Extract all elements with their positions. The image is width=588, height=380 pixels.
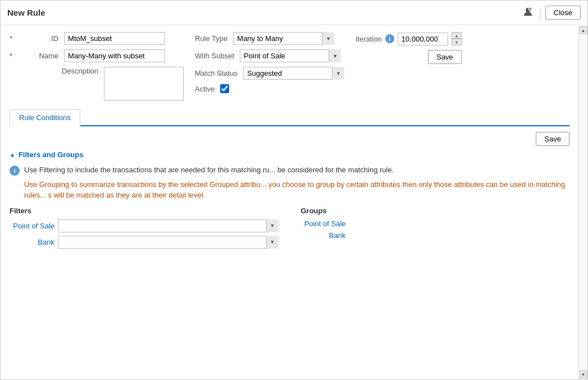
save-button-inner[interactable]: Save — [536, 132, 569, 146]
scroll-down-btn[interactable]: ▼ — [580, 370, 587, 378]
filter-bank-select-wrap: ▼ — [58, 236, 279, 249]
filter-pos-select-wrap: ▼ — [58, 219, 279, 232]
close-button[interactable]: Close — [545, 6, 581, 20]
name-required-star: * — [10, 52, 12, 60]
grouping-text: Use Grouping to summarize transactions b… — [24, 179, 569, 201]
active-row: Active — [195, 84, 344, 93]
title-bar: New Rule + Close — [1, 1, 587, 25]
description-label: Description — [59, 67, 98, 75]
match-status-select-wrap: Suggested Auto Manual ▼ — [243, 67, 344, 80]
filter-pos-select[interactable] — [58, 219, 279, 232]
save-wrap: Save — [355, 50, 462, 64]
info-primary-text: Use Filtering to include the transaction… — [24, 164, 569, 176]
left-form: * ID * Name Description — [10, 32, 184, 105]
iteration-spin-up[interactable]: ▲ — [452, 32, 462, 39]
match-status-row: Match Status Suggested Auto Manual ▼ — [195, 67, 344, 80]
id-label: ID — [19, 34, 58, 43]
description-textarea[interactable] — [104, 67, 184, 100]
tab-rule-conditions[interactable]: Rule Conditions — [10, 109, 80, 126]
name-input[interactable] — [64, 49, 165, 62]
filter-bank-row: Bank ▼ — [10, 236, 279, 249]
with-subset-label: With Subset — [195, 52, 234, 60]
info-text-block: Use Filtering to include the transaction… — [24, 164, 569, 201]
group-pos-row: Point of Sale — [301, 219, 570, 228]
iteration-wrap: Iteration i ▲ ▼ — [355, 32, 462, 45]
active-checkbox[interactable] — [220, 84, 229, 93]
group-bank-label: Bank — [301, 231, 346, 240]
filters-col: Filters Point of Sale ▼ Bank — [10, 207, 279, 252]
rule-options-col: Rule Type Many to Many One to One One to… — [195, 32, 344, 98]
iteration-input[interactable] — [398, 33, 448, 45]
filter-bank-select[interactable] — [58, 236, 279, 249]
window-title: New Rule — [7, 8, 45, 17]
match-status-label: Match Status — [195, 69, 238, 77]
filter-pos-row: Point of Sale ▼ — [10, 219, 279, 232]
content-area: * ID * Name Description — [1, 25, 587, 379]
divider — [540, 6, 541, 20]
filters-groups-columns: Filters Point of Sale ▼ Bank — [10, 207, 569, 252]
with-subset-select[interactable]: Point of Sale Bank — [240, 49, 341, 62]
title-bar-right: + Close — [520, 5, 581, 20]
filter-pos-label: Point of Sale — [10, 222, 54, 230]
main-content: * ID * Name Description — [1, 25, 578, 379]
info-bubble-icon: i — [10, 166, 20, 176]
filters-groups-header: ▲ Filters and Groups — [10, 150, 569, 159]
name-label: Name — [19, 52, 58, 60]
top-form-section: * ID * Name Description — [10, 32, 569, 105]
scroll-up-btn[interactable]: ▲ — [580, 26, 587, 34]
match-status-select[interactable]: Suggested Auto Manual — [243, 67, 344, 80]
with-subset-select-wrap: Point of Sale Bank ▼ — [240, 49, 341, 62]
with-subset-row: With Subset Point of Sale Bank ▼ — [195, 49, 344, 62]
groups-header: Groups — [301, 207, 570, 215]
rule-type-row: Rule Type Many to Many One to One One to… — [195, 32, 344, 45]
id-row: * ID — [10, 32, 184, 45]
active-label: Active — [195, 85, 215, 93]
triangle-icon: ▲ — [10, 152, 15, 158]
id-input[interactable] — [64, 32, 165, 45]
groups-col: Groups Point of Sale Bank — [301, 207, 570, 252]
iteration-save-col: Iteration i ▲ ▼ Save — [355, 32, 462, 64]
inner-save-row: Save — [10, 132, 569, 146]
iteration-info-icon[interactable]: i — [385, 34, 394, 43]
user-icon-btn[interactable]: + — [520, 5, 536, 20]
tab-bar: Rule Conditions — [10, 109, 569, 126]
info-section: i Use Filtering to include the transacti… — [10, 164, 569, 201]
iteration-spin-down[interactable]: ▼ — [452, 39, 462, 45]
save-button-top[interactable]: Save — [428, 50, 462, 64]
rule-type-select[interactable]: Many to Many One to One One to Many — [233, 32, 334, 45]
svg-text:+: + — [528, 7, 530, 11]
filter-bank-label: Bank — [10, 238, 54, 246]
right-form: Rule Type Many to Many One to One One to… — [195, 32, 569, 105]
group-bank-row: Bank — [301, 231, 570, 240]
rule-type-label: Rule Type — [195, 34, 227, 43]
group-pos-label: Point of Sale — [301, 219, 346, 228]
filters-groups-label: Filters and Groups — [19, 150, 84, 159]
iteration-spinners: ▲ ▼ — [452, 32, 462, 45]
id-required-star: * — [10, 34, 12, 43]
description-row: Description — [10, 67, 184, 100]
iteration-label: Iteration — [355, 35, 382, 43]
scrollbar: ▲ ▼ — [578, 25, 587, 379]
new-rule-window: New Rule + Close * — [0, 0, 588, 380]
right-top-row: Rule Type Many to Many One to One One to… — [195, 32, 569, 98]
rule-type-select-wrap: Many to Many One to One One to Many ▼ — [233, 32, 334, 45]
user-icon: + — [522, 6, 534, 17]
name-row: * Name — [10, 49, 184, 62]
filters-header: Filters — [10, 207, 279, 215]
